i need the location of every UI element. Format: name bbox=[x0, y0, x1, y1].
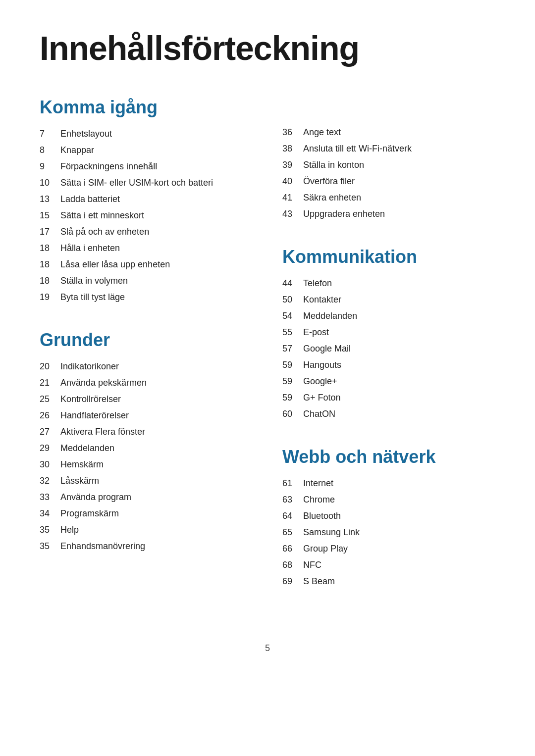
toc-item: 7Enhetslayout bbox=[40, 126, 253, 142]
toc-item: 8Knappar bbox=[40, 142, 253, 158]
toc-item: 36Ange text bbox=[282, 124, 495, 141]
section-no-title: 36Ange text 38Ansluta till ett Wi-Fi-nät… bbox=[282, 124, 495, 222]
toc-item: 66Group Play bbox=[282, 541, 495, 557]
toc-list-webb-natverk: 61Internet 63Chrome 64Bluetooth 65Samsun… bbox=[282, 475, 495, 590]
section-kommunikation: Kommunikation 44Telefon 50Kontakter 54Me… bbox=[282, 246, 495, 422]
toc-item: 68NFC bbox=[282, 557, 495, 573]
toc-item: 21Använda pekskärmen bbox=[40, 375, 253, 391]
toc-item: 33Använda program bbox=[40, 489, 253, 505]
toc-item: 64Bluetooth bbox=[282, 508, 495, 524]
left-column: Komma igång 7Enhetslayout 8Knappar 9Förp… bbox=[40, 97, 253, 613]
toc-list-no-title: 36Ange text 38Ansluta till ett Wi-Fi-nät… bbox=[282, 124, 495, 222]
toc-item: 41Säkra enheten bbox=[282, 190, 495, 206]
toc-item: 69S Beam bbox=[282, 573, 495, 590]
toc-item: 18Låsa eller låsa upp enheten bbox=[40, 256, 253, 273]
section-komma-igang: Komma igång 7Enhetslayout 8Knappar 9Förp… bbox=[40, 97, 253, 305]
toc-item: 20Indikatorikoner bbox=[40, 358, 253, 375]
toc-item: 18Ställa in volymen bbox=[40, 273, 253, 289]
toc-list-kommunikation: 44Telefon 50Kontakter 54Meddelanden 55E-… bbox=[282, 275, 495, 422]
page-number: 5 bbox=[265, 643, 270, 653]
toc-item: 25Kontrollrörelser bbox=[40, 391, 253, 407]
toc-item: 54Meddelanden bbox=[282, 308, 495, 324]
toc-item: 50Kontakter bbox=[282, 292, 495, 308]
toc-item: 19Byta till tyst läge bbox=[40, 289, 253, 305]
toc-list-komma-igang: 7Enhetslayout 8Knappar 9Förpackningens i… bbox=[40, 126, 253, 305]
toc-item: 39Ställa in konton bbox=[282, 157, 495, 173]
toc-item: 32Låsskärm bbox=[40, 473, 253, 489]
section-webb-natverk: Webb och nätverk 61Internet 63Chrome 64B… bbox=[282, 446, 495, 590]
toc-item: 17Slå på och av enheten bbox=[40, 224, 253, 240]
toc-item: 55E-post bbox=[282, 324, 495, 341]
toc-item: 10Sätta i SIM- eller USIM-kort och batte… bbox=[40, 175, 253, 191]
toc-item: 60ChatON bbox=[282, 406, 495, 422]
section-title-komma-igang: Komma igång bbox=[40, 97, 253, 118]
toc-item: 27Aktivera Flera fönster bbox=[40, 424, 253, 440]
right-column: 36Ange text 38Ansluta till ett Wi-Fi-nät… bbox=[282, 97, 495, 613]
toc-item: 18Hålla i enheten bbox=[40, 240, 253, 256]
toc-item: 57Google Mail bbox=[282, 341, 495, 357]
toc-item: 38Ansluta till ett Wi-Fi-nätverk bbox=[282, 141, 495, 157]
section-grunder: Grunder 20Indikatorikoner 21Använda peks… bbox=[40, 329, 253, 554]
section-title-webb-natverk: Webb och nätverk bbox=[282, 446, 495, 467]
toc-item: 59Hangouts bbox=[282, 357, 495, 373]
toc-item: 40Överföra filer bbox=[282, 173, 495, 190]
toc-item: 29Meddelanden bbox=[40, 440, 253, 456]
page-title: Innehållsförteckning bbox=[40, 30, 495, 67]
section-title-grunder: Grunder bbox=[40, 329, 253, 351]
toc-item: 61Internet bbox=[282, 475, 495, 492]
toc-item: 30Hemskärm bbox=[40, 456, 253, 473]
toc-columns: Komma igång 7Enhetslayout 8Knappar 9Förp… bbox=[40, 97, 495, 613]
toc-item: 15Sätta i ett minneskort bbox=[40, 207, 253, 224]
toc-item: 44Telefon bbox=[282, 275, 495, 292]
toc-item: 13Ladda batteriet bbox=[40, 191, 253, 207]
toc-item: 59Google+ bbox=[282, 373, 495, 390]
toc-item: 43Uppgradera enheten bbox=[282, 206, 495, 222]
toc-item: 35Enhandsmanövrering bbox=[40, 538, 253, 554]
toc-item: 63Chrome bbox=[282, 492, 495, 508]
page-footer: 5 bbox=[40, 643, 495, 654]
toc-item: 34Programskärm bbox=[40, 505, 253, 522]
toc-list-grunder: 20Indikatorikoner 21Använda pekskärmen 2… bbox=[40, 358, 253, 554]
toc-item: 65Samsung Link bbox=[282, 524, 495, 541]
section-title-kommunikation: Kommunikation bbox=[282, 246, 495, 267]
toc-item: 35Help bbox=[40, 522, 253, 538]
toc-item: 59G+ Foton bbox=[282, 390, 495, 406]
toc-item: 26Handflaterörelser bbox=[40, 407, 253, 424]
toc-item: 9Förpackningens innehåll bbox=[40, 158, 253, 175]
